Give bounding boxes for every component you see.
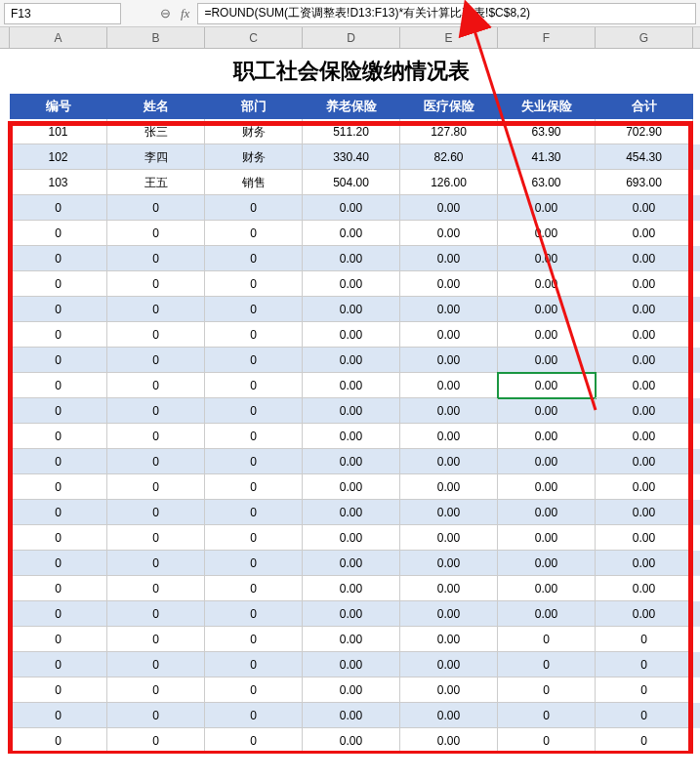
cell-v2[interactable]: 82.60 bbox=[400, 144, 498, 170]
cell-sum[interactable]: 0.00 bbox=[596, 322, 693, 348]
col-header-a[interactable]: A bbox=[10, 27, 107, 48]
cell-v3[interactable]: 0.00 bbox=[498, 525, 596, 551]
cell-v2[interactable]: 0.00 bbox=[400, 424, 498, 449]
cell-v3[interactable]: 0 bbox=[498, 677, 596, 703]
cell-v1[interactable]: 0.00 bbox=[303, 246, 400, 271]
cell-dept[interactable]: 0 bbox=[205, 703, 303, 728]
cell-dept[interactable]: 0 bbox=[205, 474, 303, 500]
name-box[interactable]: F13 bbox=[4, 3, 121, 24]
cell-v2[interactable]: 0.00 bbox=[400, 322, 498, 348]
cell-id[interactable]: 0 bbox=[10, 424, 107, 449]
cell-v3[interactable]: 0 bbox=[498, 627, 596, 652]
cell-v1[interactable]: 330.40 bbox=[303, 144, 400, 170]
cell-id[interactable]: 103 bbox=[10, 170, 107, 195]
cell-v2[interactable]: 0.00 bbox=[400, 551, 498, 576]
cell-v2[interactable]: 0.00 bbox=[400, 398, 498, 424]
th-total[interactable]: 合计 bbox=[596, 94, 693, 119]
cell-sum[interactable]: 0 bbox=[596, 652, 693, 677]
cell-v3[interactable]: 0.00 bbox=[498, 551, 596, 576]
cell-name[interactable]: 0 bbox=[107, 703, 205, 728]
cell-name[interactable]: 0 bbox=[107, 195, 205, 221]
th-dept[interactable]: 部门 bbox=[205, 94, 303, 119]
cell-sum[interactable]: 693.00 bbox=[596, 170, 693, 195]
cell-sum[interactable]: 0.00 bbox=[596, 348, 693, 373]
cell-name[interactable]: 0 bbox=[107, 297, 205, 322]
formula-input[interactable]: =ROUND(SUM(工资调整表!D13:F13)*有关计算比率表!$C$8,2… bbox=[197, 3, 696, 24]
col-header-f[interactable]: F bbox=[498, 27, 596, 48]
cell-sum[interactable]: 454.30 bbox=[596, 144, 693, 170]
cell-sum[interactable]: 0.00 bbox=[596, 297, 693, 322]
cell-dept[interactable]: 0 bbox=[205, 525, 303, 551]
cell-v3[interactable]: 0.00 bbox=[498, 601, 596, 627]
cell-v2[interactable]: 0.00 bbox=[400, 728, 498, 754]
cell-v1[interactable]: 0.00 bbox=[303, 373, 400, 398]
cell-id[interactable]: 0 bbox=[10, 398, 107, 424]
cell-sum[interactable]: 0.00 bbox=[596, 449, 693, 474]
th-id[interactable]: 编号 bbox=[10, 94, 107, 119]
cell-name[interactable]: 0 bbox=[107, 271, 205, 297]
zoom-out-icon[interactable]: ⊖ bbox=[160, 6, 171, 21]
cell-v1[interactable]: 0.00 bbox=[303, 449, 400, 474]
cell-v1[interactable]: 0.00 bbox=[303, 601, 400, 627]
cell-dept[interactable]: 0 bbox=[205, 677, 303, 703]
cell-v2[interactable]: 126.00 bbox=[400, 170, 498, 195]
cell-dept[interactable]: 0 bbox=[205, 551, 303, 576]
cell-name[interactable]: 0 bbox=[107, 677, 205, 703]
cell-dept[interactable]: 0 bbox=[205, 601, 303, 627]
cell-dept[interactable]: 0 bbox=[205, 500, 303, 525]
cell-v3[interactable]: 0.00 bbox=[498, 221, 596, 246]
cell-name[interactable]: 张三 bbox=[107, 119, 205, 144]
cell-v2[interactable]: 0.00 bbox=[400, 525, 498, 551]
cell-id[interactable]: 0 bbox=[10, 322, 107, 348]
cell-name[interactable]: 0 bbox=[107, 525, 205, 551]
cell-v3[interactable]: 0 bbox=[498, 728, 596, 754]
cell-v2[interactable]: 0.00 bbox=[400, 271, 498, 297]
cell-sum[interactable]: 0 bbox=[596, 677, 693, 703]
th-medical[interactable]: 医疗保险 bbox=[400, 94, 498, 119]
cell-name[interactable]: 0 bbox=[107, 601, 205, 627]
cell-name[interactable]: 0 bbox=[107, 373, 205, 398]
cell-v1[interactable]: 0.00 bbox=[303, 221, 400, 246]
cell-dept[interactable]: 0 bbox=[205, 348, 303, 373]
cell-v2[interactable]: 0.00 bbox=[400, 297, 498, 322]
cell-sum[interactable]: 0.00 bbox=[596, 221, 693, 246]
th-name[interactable]: 姓名 bbox=[107, 94, 205, 119]
cell-v2[interactable]: 0.00 bbox=[400, 652, 498, 677]
cell-v3[interactable]: 0.00 bbox=[498, 449, 596, 474]
cell-v3[interactable]: 63.90 bbox=[498, 119, 596, 144]
cell-v2[interactable]: 0.00 bbox=[400, 373, 498, 398]
cell-id[interactable]: 0 bbox=[10, 525, 107, 551]
cell-sum[interactable]: 0.00 bbox=[596, 373, 693, 398]
cell-dept[interactable]: 0 bbox=[205, 297, 303, 322]
cell-id[interactable]: 0 bbox=[10, 373, 107, 398]
cell-v3[interactable]: 0.00 bbox=[498, 297, 596, 322]
cell-v1[interactable]: 0.00 bbox=[303, 652, 400, 677]
col-header-c[interactable]: C bbox=[205, 27, 303, 48]
col-header-b[interactable]: B bbox=[107, 27, 205, 48]
cell-v1[interactable]: 0.00 bbox=[303, 271, 400, 297]
cell-name[interactable]: 0 bbox=[107, 728, 205, 754]
cell-v2[interactable]: 0.00 bbox=[400, 221, 498, 246]
cell-dept[interactable]: 0 bbox=[205, 627, 303, 652]
cell-id[interactable]: 0 bbox=[10, 677, 107, 703]
cell-id[interactable]: 0 bbox=[10, 246, 107, 271]
cell-sum[interactable]: 0 bbox=[596, 703, 693, 728]
cell-v3[interactable]: 0.00 bbox=[498, 348, 596, 373]
cell-dept[interactable]: 0 bbox=[205, 221, 303, 246]
col-header-e[interactable]: E bbox=[400, 27, 498, 48]
cell-dept[interactable]: 0 bbox=[205, 195, 303, 221]
cell-sum[interactable]: 0.00 bbox=[596, 398, 693, 424]
cell-v1[interactable]: 0.00 bbox=[303, 551, 400, 576]
cell-name[interactable]: 0 bbox=[107, 424, 205, 449]
cell-dept[interactable]: 财务 bbox=[205, 144, 303, 170]
cell-id[interactable]: 0 bbox=[10, 551, 107, 576]
cell-name[interactable]: 0 bbox=[107, 474, 205, 500]
cell-v3[interactable]: 0.00 bbox=[498, 271, 596, 297]
cell-v2[interactable]: 127.80 bbox=[400, 119, 498, 144]
cell-v2[interactable]: 0.00 bbox=[400, 601, 498, 627]
cell-v1[interactable]: 0.00 bbox=[303, 525, 400, 551]
cell-id[interactable]: 0 bbox=[10, 297, 107, 322]
cell-v2[interactable]: 0.00 bbox=[400, 195, 498, 221]
cell-v1[interactable]: 0.00 bbox=[303, 474, 400, 500]
cell-name[interactable]: 0 bbox=[107, 221, 205, 246]
